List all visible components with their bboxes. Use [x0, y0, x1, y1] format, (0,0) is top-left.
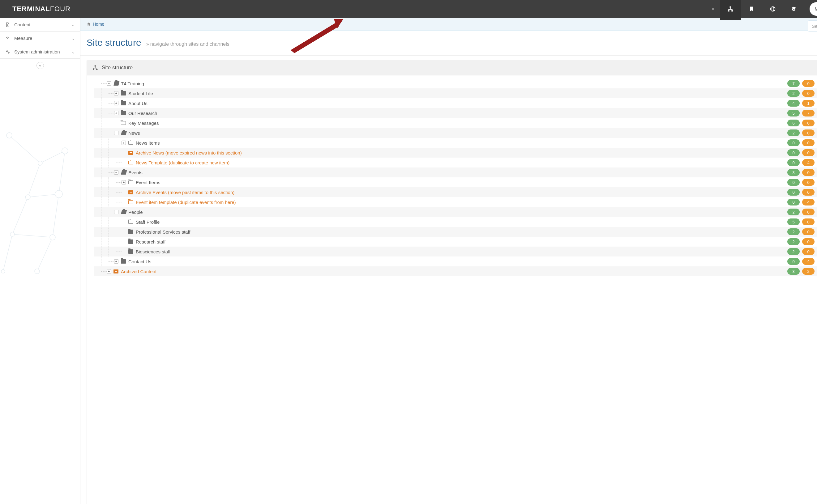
tree-row[interactable]: Professional Services staff20 [94, 227, 817, 237]
tree-row[interactable]: +News items00 [94, 138, 817, 148]
status-badges: 41 [787, 100, 816, 107]
tree-row[interactable]: +Archived Content32 [94, 266, 817, 276]
bookmark-button[interactable] [741, 0, 762, 18]
pending-count-badge: 0 [802, 80, 815, 87]
tree[interactable]: −T4 Training70+Student Life20+About Us41… [87, 75, 817, 504]
tree-row-label[interactable]: Events [128, 170, 142, 175]
gears-icon [5, 49, 11, 54]
tree-row-label[interactable]: Archive News (move expired news into thi… [136, 150, 242, 155]
tree-row[interactable]: Archive Events (move past items to this … [94, 187, 817, 197]
svg-point-21 [62, 148, 68, 154]
expand-toggle[interactable]: + [114, 101, 118, 105]
tree-row-label[interactable]: News Template (duplicate to create new i… [136, 160, 229, 165]
expand-toggle[interactable]: + [107, 269, 111, 273]
status-badges: 04 [787, 199, 816, 205]
sidebar-item-label: Content [14, 22, 71, 27]
tree-row[interactable]: −People20 [94, 207, 817, 217]
brand-part2: FOUR [50, 5, 70, 13]
collapse-toggle[interactable]: − [114, 210, 118, 214]
sidebar-item-measure[interactable]: Measure ⌄ [0, 32, 80, 45]
status-badges: 04 [787, 159, 816, 166]
tree-row-label[interactable]: Archived Content [121, 269, 156, 274]
pending-count-badge: 0 [802, 90, 815, 97]
folder-outline-icon [128, 141, 133, 145]
tree-row[interactable]: +About Us41 [94, 98, 817, 108]
pending-count-badge: 1 [802, 100, 815, 107]
status-badges: 32 [787, 268, 816, 275]
tree-row[interactable]: Biosciences staff20 [94, 247, 817, 256]
expand-toggle[interactable]: + [114, 259, 118, 264]
approved-count-badge: 7 [787, 80, 800, 87]
tree-row[interactable]: Research staff20 [94, 237, 817, 247]
sidebar-item-system-administration[interactable]: System administration ⌄ [0, 45, 80, 59]
collapse-toggle[interactable]: − [107, 81, 111, 86]
status-badges: 00 [787, 149, 816, 156]
svg-point-19 [6, 133, 12, 138]
status-badges: 30 [787, 169, 816, 176]
training-button[interactable] [783, 0, 804, 18]
svg-point-8 [8, 52, 9, 53]
svg-line-14 [12, 197, 28, 234]
tree-row[interactable]: Staff Profile50 [94, 217, 817, 227]
tree-row-label[interactable]: Our Research [128, 111, 157, 116]
expand-toggle[interactable]: + [114, 91, 118, 95]
approved-count-badge: 0 [787, 149, 800, 156]
expand-toggle[interactable]: + [114, 111, 118, 115]
tree-row-label[interactable]: Staff Profile [136, 219, 160, 225]
tree-row[interactable]: +Event Items00 [94, 177, 817, 187]
approved-count-badge: 0 [787, 258, 800, 265]
archive-icon [128, 190, 133, 194]
sidebar-item-content[interactable]: Content ⌄ [0, 18, 80, 32]
tree-row[interactable]: +Student Life20 [94, 88, 817, 98]
tree-row[interactable]: −Events30 [94, 167, 817, 177]
tree-row[interactable]: +Contact Us04 [94, 256, 817, 266]
tree-row[interactable]: Event item template (duplicate events fr… [94, 197, 817, 207]
tree-row-label[interactable]: Key Messages [128, 121, 159, 126]
tree-row-label[interactable]: Event item template (duplicate events fr… [136, 200, 236, 205]
tree-row-label[interactable]: Research staff [136, 239, 165, 244]
sitemap-icon [92, 65, 98, 70]
approved-count-badge: 2 [787, 209, 800, 215]
tree-row[interactable]: Archive News (move expired news into thi… [94, 148, 817, 158]
site-structure-button[interactable] [720, 0, 741, 20]
pending-count-badge: 7 [802, 110, 815, 116]
status-badges: 57 [787, 110, 816, 116]
chevron-down-icon: ⌄ [71, 49, 75, 54]
pending-count-badge: 0 [802, 139, 815, 146]
pending-count-badge: 0 [802, 120, 815, 126]
main: Home Se Site structure »navigate through… [80, 18, 817, 504]
tree-row-label[interactable]: News items [136, 140, 160, 146]
tree-row-label[interactable]: Biosciences staff [136, 249, 170, 254]
tree-row-label[interactable]: Professional Services staff [136, 229, 190, 235]
tree-row-label[interactable]: T4 Training [121, 81, 144, 86]
svg-rect-28 [95, 66, 96, 67]
expand-toggle[interactable]: + [121, 180, 126, 184]
tree-row[interactable]: Key Messages60 [94, 118, 817, 128]
tree-row[interactable]: News Template (duplicate to create new i… [94, 158, 817, 167]
pending-count-badge: 0 [802, 248, 815, 255]
approved-count-badge: 6 [787, 120, 800, 126]
avatar[interactable]: M [810, 2, 817, 16]
tree-row[interactable]: −T4 Training70 [94, 78, 817, 88]
tree-row-label[interactable]: People [128, 210, 143, 215]
search-input[interactable]: Se [808, 20, 817, 32]
tree-row[interactable]: −News20 [94, 128, 817, 138]
status-badges: 00 [787, 139, 816, 146]
sidebar-item-label: Measure [14, 36, 71, 41]
collapse-toggle[interactable]: − [114, 170, 118, 175]
tree-row-label[interactable]: Student Life [128, 91, 153, 96]
tree-row-label[interactable]: Contact Us [128, 259, 151, 264]
approved-count-badge: 5 [787, 110, 800, 116]
tree-row-label[interactable]: About Us [128, 101, 147, 106]
tree-row[interactable]: +Our Research57 [94, 108, 817, 118]
sidebar-collapse-handle[interactable]: « [0, 59, 80, 72]
language-button[interactable] [762, 0, 783, 18]
tree-row-label[interactable]: News [128, 130, 140, 136]
collapse-toggle[interactable]: − [114, 131, 118, 135]
folder-outline-icon [121, 121, 126, 125]
tree-row-label[interactable]: Archive Events (move past items to this … [136, 190, 234, 195]
tree-row-label[interactable]: Event Items [136, 180, 160, 185]
expand-toggle[interactable]: + [121, 141, 126, 145]
svg-point-26 [1, 269, 5, 273]
breadcrumb-home[interactable]: Home [87, 22, 104, 27]
